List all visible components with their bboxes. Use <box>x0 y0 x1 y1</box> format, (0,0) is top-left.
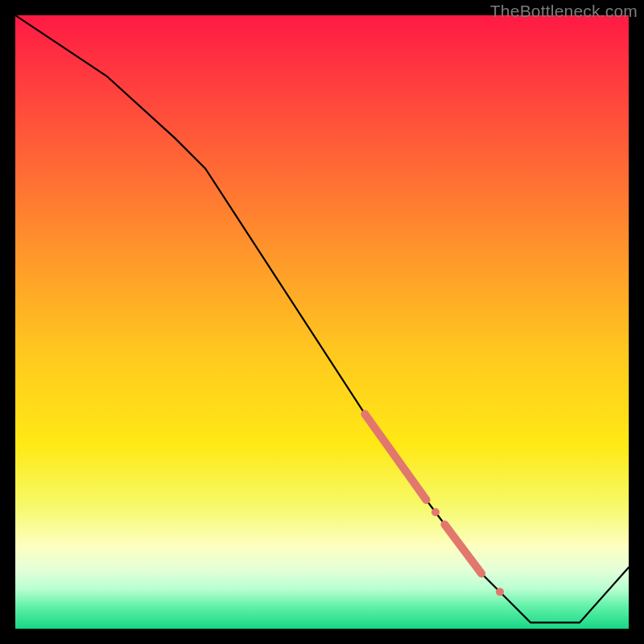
chart-svg <box>15 15 629 629</box>
svg-rect-0 <box>15 15 629 629</box>
watermark-text: TheBottleneck.com <box>490 2 638 21</box>
plot-area <box>15 15 629 629</box>
svg-point-4 <box>496 588 504 596</box>
svg-point-2 <box>431 508 440 516</box>
chart-frame: TheBottleneck.com <box>0 0 644 644</box>
